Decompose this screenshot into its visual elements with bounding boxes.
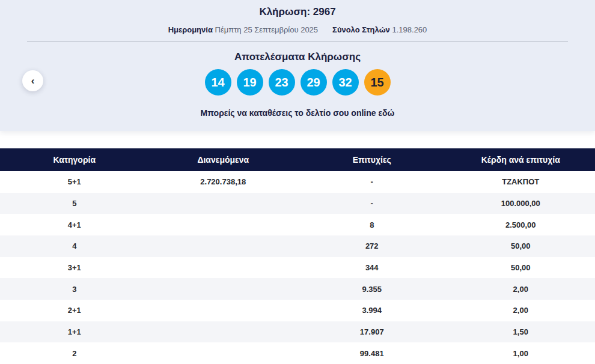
table-row: 2 99.481 1,00 [0,342,595,364]
prize-cell: 1,00 [447,349,595,358]
table-row: 4 272 50,00 [0,235,595,257]
winners-cell: - [298,199,447,208]
category-cell: 4 [0,241,149,250]
prize-table-header: Κατηγορία Διανεμόμενα Επιτυχίες Κέρδη αν… [0,148,595,171]
date-value: Πέμπτη 25 Σεπτεμβρίου 2025 [215,25,319,34]
winners-cell: 17.907 [298,327,447,336]
table-row: 3+1 344 50,00 [0,257,595,279]
column-header-distributed: Διανεμόμενα [149,155,298,165]
prize-table-body: 5+1 2.720.738,18 - ΤΖΑΚΠΟΤ 5 - 100.000,0… [0,171,595,364]
draw-date: Ημερομηνία Πέμπτη 25 Σεπτεμβρίου 2025 [168,25,318,34]
date-label: Ημερομηνία [168,25,213,34]
number-ball: 23 [269,69,295,96]
table-row: 1+1 17.907 1,50 [0,321,595,343]
category-cell: 3+1 [0,263,149,272]
column-header-winners: Επιτυχίες [298,155,447,165]
prize-cell: 100.000,00 [447,199,595,208]
table-row: 4+1 8 2.500,00 [0,214,595,235]
winners-cell: 8 [298,220,447,229]
number-ball: 29 [301,69,327,96]
draw-title: Κλήρωση: 2967 [0,0,595,17]
winners-cell: 272 [298,241,447,250]
prize-table: Κατηγορία Διανεμόμενα Επιτυχίες Κέρδη αν… [0,148,595,364]
category-cell: 5 [0,199,149,208]
prize-cell: 2.500,00 [447,220,595,229]
submit-ticket-online-link[interactable]: Μπορείς να καταθέσεις το δελτίο σου onli… [201,108,395,118]
joker-number-ball: 15 [364,69,391,96]
number-ball: 19 [237,69,263,96]
winners-cell: 344 [298,263,447,272]
category-cell: 5+1 [0,177,149,186]
table-row: 3 9.355 2,00 [0,278,595,300]
columns-label: Σύνολο Στηλών [332,25,390,34]
category-cell: 1+1 [0,327,149,336]
winners-cell: 99.481 [298,349,447,358]
category-cell: 4+1 [0,220,149,229]
category-cell: 3 [0,285,149,294]
draw-hero-section: Κλήρωση: 2967 Ημερομηνία Πέμπτη 25 Σεπτε… [0,0,595,131]
previous-draw-button[interactable]: ‹ [22,70,43,91]
draw-meta: Ημερομηνία Πέμπτη 25 Σεπτεμβρίου 2025Σύν… [0,25,595,34]
category-cell: 2 [0,349,149,358]
number-ball: 14 [205,69,231,96]
table-row: 5 - 100.000,00 [0,193,595,214]
prize-cell: 50,00 [447,241,595,250]
results-title: Αποτελέσματα Κλήρωσης [0,51,595,63]
header-divider [27,41,568,41]
prize-cell: 1,50 [447,327,595,336]
number-ball: 32 [332,69,359,96]
winners-cell: - [298,177,447,186]
table-row: 2+1 3.994 2,00 [0,300,595,321]
columns-value: 1.198.260 [392,25,427,34]
category-cell: 2+1 [0,306,149,315]
prize-cell: ΤΖΑΚΠΟΤ [447,177,595,186]
column-header-category: Κατηγορία [0,155,149,165]
winners-cell: 3.994 [298,306,447,315]
distributed-cell: 2.720.738,18 [149,177,298,186]
prize-cell: 50,00 [447,263,595,272]
prize-cell: 2,00 [447,306,595,315]
winning-numbers: 14 19 23 29 32 15 [0,69,595,96]
total-columns: Σύνολο Στηλών 1.198.260 [332,25,427,34]
chevron-left-icon: ‹ [31,76,35,86]
column-header-prize: Κέρδη ανά επιτυχία [447,155,595,165]
prize-cell: 2,00 [447,285,595,294]
winners-cell: 9.355 [298,285,447,294]
table-row: 5+1 2.720.738,18 - ΤΖΑΚΠΟΤ [0,171,595,193]
